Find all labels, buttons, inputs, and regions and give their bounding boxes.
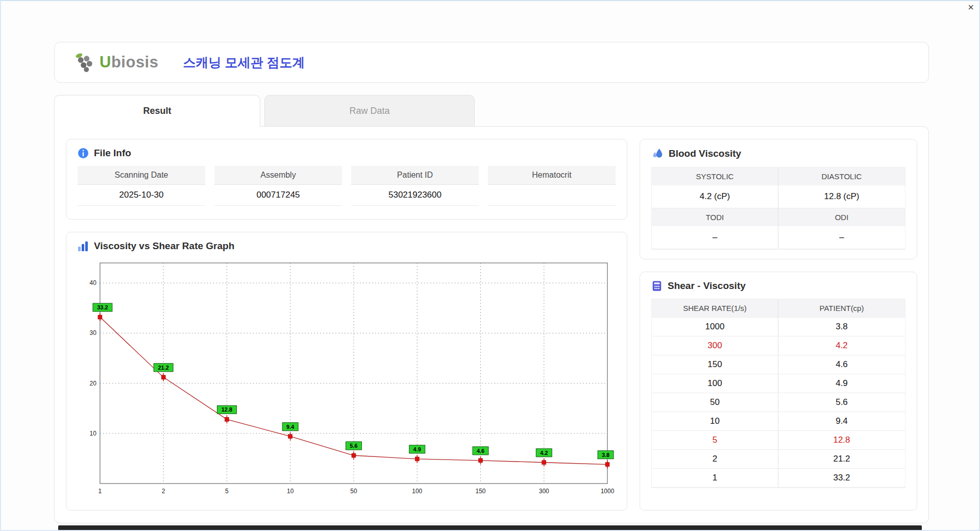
svg-text:1000: 1000 [601, 488, 615, 495]
brand-logo: Ubiosis [74, 52, 158, 73]
blood-viscosity-table: SYSTOLIC DIASTOLIC 4.2 (cP) 12.8 (cP) TO… [651, 167, 905, 250]
table-row: 100 4.9 [652, 374, 905, 393]
file-info-card: File Info Scanning Date 2025-10-30 Assem… [66, 139, 627, 220]
svg-text:2: 2 [162, 488, 165, 495]
systolic-header: SYSTOLIC [652, 167, 778, 185]
svg-text:10: 10 [90, 430, 97, 437]
assembly-value: 000717245 [214, 185, 342, 205]
svg-text:150: 150 [476, 488, 486, 495]
hematocrit-label: Hematocrit [488, 166, 616, 185]
odi-value: – [778, 226, 905, 249]
table-row: 150 4.6 [652, 355, 905, 374]
patient-viscosity-value: 4.2 [778, 336, 905, 355]
svg-text:1: 1 [99, 488, 102, 495]
diastolic-value: 12.8 (cP) [778, 185, 905, 208]
patient-viscosity-value: 21.2 [778, 450, 905, 469]
result-panel: File Info Scanning Date 2025-10-30 Assem… [54, 126, 929, 523]
brand-name: Ubiosis [100, 53, 158, 71]
systolic-value: 4.2 (cP) [652, 185, 778, 208]
app-title: 스캐닝 모세관 점도계 [183, 54, 305, 71]
table-header-row: SHEAR RATE(1/s) PATIENT(cp) [652, 299, 905, 318]
svg-text:5: 5 [225, 488, 229, 495]
blood-drop-icon [651, 148, 664, 160]
file-info-field-scanning-date: Scanning Date 2025-10-30 [78, 166, 205, 206]
svg-text:50: 50 [350, 488, 357, 495]
table-row: 2 21.2 [652, 450, 905, 469]
tab-raw-data[interactable]: Raw Data [264, 95, 475, 127]
svg-text:3.8: 3.8 [602, 452, 609, 458]
file-info-field-assembly: Assembly 000717245 [214, 166, 342, 206]
table-row: 300 4.2 [652, 336, 905, 355]
table-row: 50 5.6 [652, 393, 905, 412]
patient-viscosity-value: 12.8 [778, 431, 905, 450]
patient-viscosity-value: 5.6 [778, 393, 905, 412]
shear-rate-value: 50 [652, 393, 778, 412]
file-info-field-patient-id: Patient ID 53021923600 [351, 166, 479, 206]
header-card: Ubiosis 스캐닝 모세관 점도계 [54, 42, 929, 83]
patient-id-label: Patient ID [351, 166, 479, 185]
file-info-title: File Info [94, 148, 131, 159]
svg-text:30: 30 [90, 329, 97, 336]
info-icon [78, 148, 89, 159]
shear-rate-value: 300 [652, 336, 778, 355]
patient-viscosity-value: 3.8 [778, 318, 905, 336]
patient-column-header: PATIENT(cp) [778, 299, 905, 318]
scanning-date-label: Scanning Date [78, 166, 205, 185]
blood-viscosity-title: Blood Viscosity [669, 148, 741, 159]
odi-header: ODI [778, 208, 905, 226]
patient-viscosity-value: 4.9 [778, 374, 905, 393]
shear-rate-value: 1000 [652, 318, 778, 336]
shear-viscosity-card: Shear - Viscosity SHEAR RATE(1/s) PATIEN… [640, 272, 917, 511]
patient-viscosity-value: 33.2 [778, 469, 905, 488]
shear-rate-value: 5 [652, 431, 778, 450]
hematocrit-value [488, 185, 616, 205]
shear-rate-value: 100 [652, 374, 778, 393]
svg-text:40: 40 [90, 279, 97, 286]
svg-text:4.2: 4.2 [540, 450, 548, 456]
shear-viscosity-table: SHEAR RATE(1/s) PATIENT(cp) 1000 3.8 300… [651, 299, 905, 488]
table-row: 5 12.8 [652, 431, 905, 450]
shear-rate-value: 150 [652, 355, 778, 374]
patient-viscosity-value: 4.6 [778, 355, 905, 374]
calculator-icon [651, 280, 663, 292]
app-window: × Ubiosis 스캐닝 모세관 점도계 Result Raw Data [0, 0, 980, 531]
svg-text:10: 10 [287, 488, 294, 495]
shear-rate-value: 10 [652, 412, 778, 431]
assembly-label: Assembly [214, 166, 342, 185]
svg-text:4.6: 4.6 [477, 448, 484, 454]
svg-text:5.6: 5.6 [350, 443, 357, 449]
shear-rate-value: 1 [652, 469, 778, 488]
diastolic-header: DIASTOLIC [778, 167, 905, 185]
tab-result[interactable]: Result [54, 95, 260, 127]
viscosity-chart-area: 102030401251050100150300100033.221.212.8… [78, 259, 616, 502]
svg-text:20: 20 [90, 380, 97, 387]
viscosity-graph-card: Viscosity vs Shear Rate Graph 1020304012… [66, 232, 627, 511]
viscosity-chart: 102030401251050100150300100033.221.212.8… [78, 259, 616, 499]
svg-text:300: 300 [539, 488, 549, 495]
shear-rate-value: 2 [652, 450, 778, 469]
svg-text:21.2: 21.2 [158, 365, 169, 371]
svg-text:12.8: 12.8 [222, 406, 232, 413]
svg-text:33.2: 33.2 [97, 304, 108, 310]
todi-value: – [652, 226, 778, 249]
shear-rate-column-header: SHEAR RATE(1/s) [652, 299, 778, 318]
bar-chart-icon [78, 240, 89, 252]
table-row: 10 9.4 [652, 412, 905, 431]
blood-viscosity-card: Blood Viscosity SYSTOLIC DIASTOLIC 4.2 (… [640, 139, 917, 259]
patient-viscosity-value: 9.4 [778, 412, 905, 431]
svg-text:9.4: 9.4 [286, 424, 295, 430]
taskbar-sliver [58, 525, 922, 530]
tab-bar: Result Raw Data [54, 95, 475, 127]
scanning-date-value: 2025-10-30 [78, 185, 205, 205]
svg-text:4.9: 4.9 [413, 446, 421, 452]
file-info-field-hematocrit: Hematocrit [488, 166, 616, 206]
todi-header: TODI [652, 208, 778, 226]
table-row: 1000 3.8 [652, 318, 905, 336]
graph-title: Viscosity vs Shear Rate Graph [94, 240, 234, 252]
ubiosis-grape-logo-icon [74, 52, 96, 73]
close-icon[interactable]: × [968, 2, 974, 12]
patient-id-value: 53021923600 [351, 185, 479, 205]
svg-text:100: 100 [412, 488, 422, 495]
table-row: 1 33.2 [652, 469, 905, 488]
shear-viscosity-title: Shear - Viscosity [668, 280, 746, 292]
